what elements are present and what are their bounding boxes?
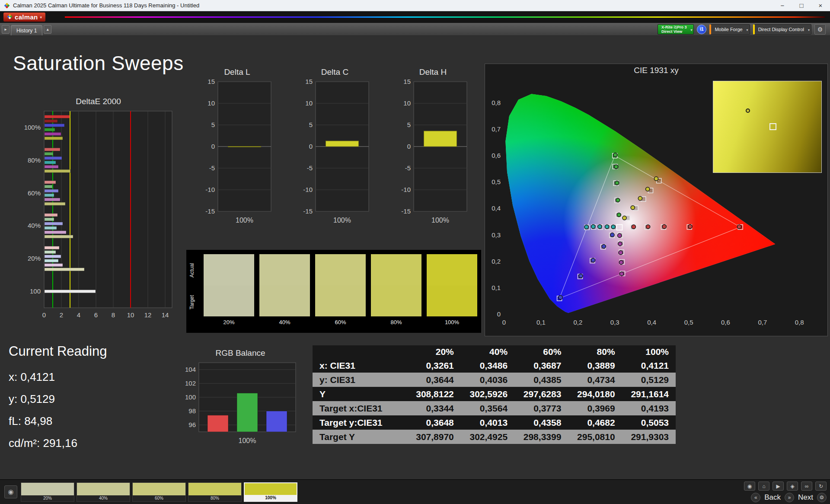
svg-text:15: 15 — [403, 78, 411, 85]
maximize-button[interactable]: □ — [792, 0, 811, 11]
table-cell: 0,3344 — [407, 401, 461, 415]
target-patch — [371, 285, 421, 316]
table-cell: 0,4358 — [514, 415, 568, 430]
svg-text:100%: 100% — [236, 217, 253, 224]
measurement-table-host: 20%40%60%80%100%x: CIE310,32610,34860,36… — [313, 345, 676, 444]
pattern-thumb-80%[interactable]: 80% — [188, 482, 242, 502]
thumb-label: 100% — [245, 495, 297, 501]
tab-history-1[interactable]: History 1 — [11, 25, 42, 35]
table-cell: 0,4682 — [568, 415, 622, 430]
svg-text:10: 10 — [208, 99, 215, 107]
pattern-thumb-20%[interactable]: 20% — [21, 482, 74, 502]
table-cell: 307,8970 — [407, 430, 461, 444]
delta-h-panel: Delta H 151050-5-10-15100% — [395, 67, 471, 227]
refresh-button[interactable]: ↻ — [815, 482, 827, 491]
row-label: Target Y — [313, 430, 407, 444]
svg-text:10: 10 — [305, 99, 313, 107]
swatch-column-40%: 40% — [259, 254, 310, 325]
svg-text:0,5: 0,5 — [492, 178, 501, 185]
svg-text:-15: -15 — [401, 207, 411, 215]
svg-text:0,2: 0,2 — [492, 258, 501, 265]
svg-text:0: 0 — [42, 311, 46, 319]
home-button[interactable]: ⌂ — [758, 482, 769, 491]
table-cell: 0,3644 — [407, 373, 461, 387]
delta-h-chart: 151050-5-10-15100% — [395, 78, 471, 227]
rewind-button[interactable]: « — [751, 493, 760, 502]
svg-text:-10: -10 — [205, 186, 215, 193]
deltae-chart: 02468101214100%80%60%40%20%100 — [19, 108, 177, 332]
delta-l-title: Delta L — [199, 67, 275, 78]
display-control-select[interactable]: Direct Display Control ▾ — [753, 24, 811, 35]
pattern-thumb-40%[interactable]: 40% — [77, 482, 130, 502]
target-patch — [315, 285, 366, 316]
svg-text:-15: -15 — [303, 207, 313, 215]
back-button[interactable]: Back — [764, 493, 781, 502]
meter-mode: Direct View — [661, 29, 682, 34]
minimize-button[interactable]: − — [773, 0, 792, 11]
svg-text:-10: -10 — [303, 186, 313, 193]
table-row: Y308,8122302,5926297,6283294,0180291,161… — [313, 387, 676, 401]
settings-button[interactable]: ⚙ — [814, 24, 826, 35]
svg-text:14: 14 — [162, 311, 169, 319]
svg-text:40%: 40% — [28, 222, 41, 229]
close-button[interactable]: × — [811, 0, 830, 11]
deltae-chart-title: DeltaE 2000 — [19, 96, 177, 108]
svg-text:0,4: 0,4 — [492, 204, 501, 212]
pane-expander-button[interactable]: ▸ — [2, 25, 10, 34]
svg-text:10: 10 — [127, 311, 134, 319]
pattern-thumb-100%[interactable]: 100% — [244, 482, 297, 502]
row-label: Target y:CIE31 — [313, 415, 407, 430]
table-cell: 0,3648 — [407, 415, 461, 430]
svg-text:20%: 20% — [28, 255, 41, 262]
svg-text:100: 100 — [185, 393, 196, 401]
swatch-column-100%: 100% — [427, 254, 477, 325]
table-cell: 0,4121 — [622, 358, 676, 373]
svg-text:0,5: 0,5 — [684, 319, 693, 326]
svg-text:-5: -5 — [405, 164, 411, 172]
workflow-nav: « Back » Next ⚙ — [751, 493, 827, 502]
play-button[interactable]: ▶ — [773, 482, 784, 491]
svg-text:15: 15 — [305, 78, 313, 85]
chevron-down-icon: ▾ — [747, 28, 748, 32]
table-cell: 297,6283 — [514, 387, 568, 401]
svg-text:8: 8 — [112, 311, 115, 319]
utility-icon-row: ◉⌂▶◈∞↻ — [744, 482, 827, 491]
svg-text:0: 0 — [211, 143, 215, 150]
pattern-thumb-60%[interactable]: 60% — [132, 482, 186, 502]
history-collapse-button[interactable]: ▴ — [44, 25, 51, 34]
row-label: y: CIE31 — [313, 373, 407, 387]
actual-patch — [427, 254, 477, 285]
svg-text:4: 4 — [77, 311, 80, 319]
svg-text:0,1: 0,1 — [536, 319, 546, 326]
svg-text:100: 100 — [30, 287, 41, 295]
thumb-patch — [21, 483, 74, 495]
table-cell: 0,3773 — [514, 401, 568, 415]
svg-text:98: 98 — [188, 407, 196, 415]
calman-menu-button[interactable]: calman ▾ — [3, 13, 45, 22]
forward-button[interactable]: » — [785, 493, 794, 502]
table-cell: 0,3969 — [568, 401, 622, 415]
svg-text:0,6: 0,6 — [492, 152, 501, 159]
table-cell: 298,3399 — [514, 430, 568, 444]
cie-title: CIE 1931 xy — [485, 65, 827, 77]
marker-button[interactable]: ◈ — [787, 482, 798, 491]
next-button[interactable]: Next — [798, 493, 813, 502]
svg-text:0: 0 — [502, 319, 506, 326]
svg-text:15: 15 — [208, 78, 215, 85]
svg-text:0: 0 — [407, 143, 411, 150]
table-row: Target x:CIE310,33440,35640,37730,39690,… — [313, 401, 676, 415]
table-cell: 302,4925 — [461, 430, 514, 444]
swatch-column-60%: 60% — [315, 254, 366, 325]
preview-toggle-button[interactable]: ◉ — [4, 485, 17, 498]
rgb-balance-panel: RGB Balance 1041021009896100% — [179, 348, 302, 450]
visibility-button[interactable]: ◉ — [744, 482, 755, 491]
svg-text:5: 5 — [407, 121, 411, 128]
meter-status-badge: i1 — [697, 25, 706, 34]
link-button[interactable]: ∞ — [801, 482, 812, 491]
bottom-settings-button[interactable]: ⚙ — [817, 493, 827, 502]
column-header: 40% — [461, 345, 514, 358]
table-cell: 291,9303 — [622, 430, 676, 444]
source-select[interactable]: Mobile Forge ▾ — [709, 24, 750, 35]
svg-text:0,7: 0,7 — [758, 319, 767, 326]
meter-select[interactable]: X-Rite i1Pro 3 Direct View ▾ — [658, 24, 694, 35]
